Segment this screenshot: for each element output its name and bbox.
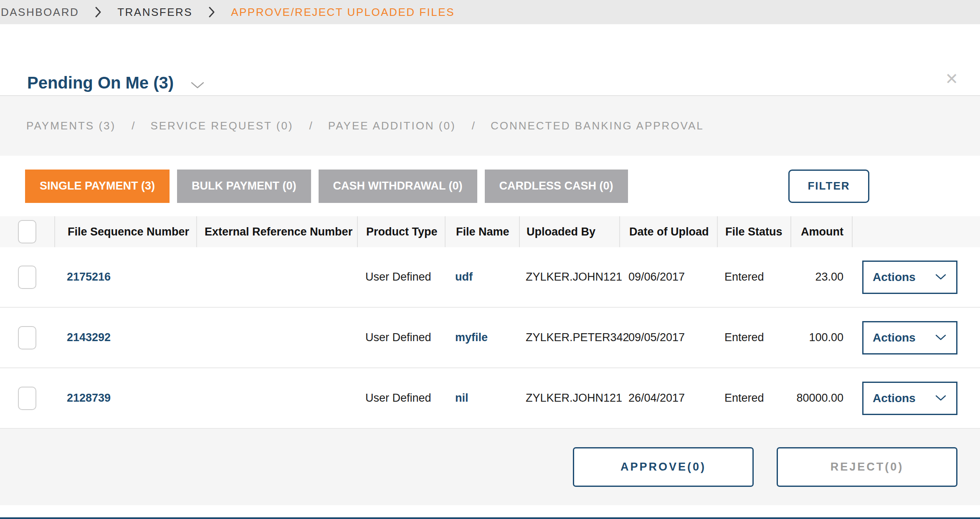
footer-actions-bar: APPROVE(0) REJECT(0) [0,429,980,505]
chevron-down-icon [935,274,946,280]
row-checkbox[interactable] [18,326,36,349]
uploaded-by-value: ZYLKER.JOHN121 [519,271,619,284]
close-icon[interactable]: ✕ [945,71,958,87]
column-header-file-status: File Status [717,216,790,247]
actions-cell: Actions [852,261,980,294]
column-header-date-of-upload: Date of Upload [619,216,717,247]
column-header-file-name: File Name [445,216,519,247]
breadcrumb-item-transfers[interactable]: TRANSFERS [117,6,192,19]
column-header-uploaded-by: Uploaded By [519,216,619,247]
chevron-down-icon [935,334,946,341]
approve-button[interactable]: APPROVE(0) [573,447,754,487]
tab-service-request[interactable]: SERVICE REQUEST (0) [150,119,293,132]
bottom-strip [0,505,980,517]
date-of-upload-value: 26/04/2017 [619,392,717,405]
breadcrumb-item-dashboard[interactable]: DASHBOARD [1,6,79,19]
chevron-down-icon[interactable] [190,81,205,89]
table-row: 2128739 User Defined nil ZYLKER.JOHN121 … [0,368,980,429]
column-header-file-sequence-number: File Sequence Number [54,216,196,247]
tab-separator: / [132,119,134,132]
row-select-cell [0,387,54,410]
actions-cell: Actions [852,382,980,415]
row-checkbox[interactable] [18,266,36,289]
file-status-value: Entered [717,271,790,284]
bulk-payment-button[interactable]: BULK PAYMENT (0) [177,170,311,203]
file-sequence-number-link[interactable]: 2128739 [54,392,196,405]
breadcrumb: DASHBOARD TRANSFERS APPROVE/REJECT UPLOA… [0,0,980,24]
product-type-value: User Defined [357,331,445,344]
tab-separator: / [309,119,312,132]
amount-value: 23.00 [790,271,852,284]
actions-button-label: Actions [873,271,916,284]
page-header: Pending On Me (3) ✕ [0,24,980,95]
product-type-value: User Defined [357,392,445,405]
page-title: Pending On Me (3) [27,73,174,92]
date-of-upload-value: 09/05/2017 [619,331,717,344]
file-name-link[interactable]: udf [445,271,519,284]
actions-button[interactable]: Actions [862,321,957,354]
select-all-cell [0,216,54,247]
file-status-value: Entered [717,392,790,405]
row-select-cell [0,326,54,349]
file-sequence-number-link[interactable]: 2143292 [54,331,196,344]
file-name-link[interactable]: myfile [445,331,519,344]
select-all-checkbox[interactable] [18,220,36,243]
table-header-row: File Sequence Number External Reference … [0,216,980,247]
column-header-external-reference-number: External Reference Number [196,216,357,247]
tab-payments[interactable]: PAYMENTS (3) [26,119,116,132]
product-type-value: User Defined [357,271,445,284]
tab-connected-banking-approval[interactable]: CONNECTED BANKING APPROVAL [491,119,704,132]
table-row: 2143292 User Defined myfile ZYLKER.PETER… [0,308,980,368]
approve-reject-uploaded-files-page: DASHBOARD TRANSFERS APPROVE/REJECT UPLOA… [0,0,980,519]
date-of-upload-value: 09/06/2017 [619,271,717,284]
column-header-amount: Amount [790,216,852,247]
actions-button[interactable]: Actions [862,382,957,415]
actions-button-label: Actions [873,331,916,344]
uploaded-by-value: ZYLKER.JOHN121 [519,392,619,405]
amount-value: 100.00 [790,331,852,344]
row-select-cell [0,266,54,289]
bottom-bar [0,517,980,519]
file-name-link[interactable]: nil [445,392,519,405]
single-payment-button[interactable]: SINGLE PAYMENT (3) [25,170,170,203]
chevron-right-icon [95,6,101,18]
chevron-down-icon [935,395,946,401]
filter-button[interactable]: FILTER [788,170,869,203]
amount-value: 80000.00 [790,392,852,405]
uploaded-by-value: ZYLKER.PETER342 [519,331,619,344]
chevron-right-icon [208,6,215,18]
tab-separator: / [472,119,475,132]
file-sequence-number-link[interactable]: 2175216 [54,271,196,284]
row-checkbox[interactable] [18,387,36,410]
cash-withdrawal-button[interactable]: CASH WITHDRAWAL (0) [319,170,477,203]
table-row: 2175216 User Defined udf ZYLKER.JOHN121 … [0,247,980,308]
tab-payee-addition[interactable]: PAYEE ADDITION (0) [328,119,456,132]
breadcrumb-item-approve-reject-uploaded-files: APPROVE/REJECT UPLOADED FILES [231,6,455,19]
reject-button[interactable]: REJECT(0) [777,447,957,487]
column-header-actions [852,216,980,247]
file-status-value: Entered [717,331,790,344]
category-tabs: PAYMENTS (3) / SERVICE REQUEST (0) / PAY… [0,95,980,156]
actions-cell: Actions [852,321,980,354]
actions-button-label: Actions [873,392,916,405]
column-header-product-type: Product Type [357,216,445,247]
cardless-cash-button[interactable]: CARDLESS CASH (0) [485,170,628,203]
actions-button[interactable]: Actions [862,261,957,294]
payment-type-toolbar: SINGLE PAYMENT (3) BULK PAYMENT (0) CASH… [0,156,980,216]
